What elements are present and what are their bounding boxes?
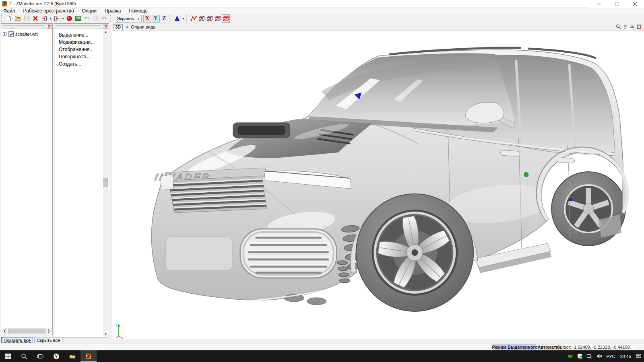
delete-x-icon bbox=[32, 15, 39, 22]
visibility-checkbox[interactable] bbox=[8, 31, 14, 37]
delete-button[interactable] bbox=[31, 14, 40, 23]
red-sphere-icon bbox=[66, 15, 72, 22]
workspace: schafter.wft ❮ ❯ Показать всё Скрыть всё… bbox=[0, 23, 644, 343]
axis-z-toggle[interactable]: Z bbox=[160, 15, 168, 23]
horizontal-scrollbar[interactable]: ❮ ❯ bbox=[2, 328, 52, 334]
viewport-canvas[interactable]: INVADER bbox=[112, 31, 644, 339]
minimize-button[interactable] bbox=[590, 0, 608, 8]
file-explorer-button[interactable] bbox=[64, 350, 80, 362]
export-dropdown-caret[interactable]: ▾ bbox=[49, 17, 52, 21]
history-button[interactable] bbox=[91, 14, 100, 23]
menu-workspace[interactable]: Рабочее пространство bbox=[21, 8, 76, 14]
axis-y-toggle[interactable]: Y bbox=[152, 15, 160, 23]
material-editor-button[interactable] bbox=[74, 14, 83, 23]
menu-help[interactable]: Помощь bbox=[126, 8, 150, 14]
level-objects-button[interactable] bbox=[214, 14, 222, 23]
render-sphere-button[interactable] bbox=[65, 14, 74, 23]
zoom-tool-button[interactable] bbox=[615, 24, 622, 30]
volume-tray-icon[interactable] bbox=[594, 350, 604, 362]
zmodeler-window: 1 - ZModeler ver 2.2.5 (Build 990) Файл … bbox=[0, 0, 644, 362]
search-button[interactable] bbox=[16, 350, 32, 362]
scroll-left-arrow[interactable]: ❮ bbox=[2, 328, 8, 334]
axis-gizmo: y x z bbox=[114, 322, 125, 339]
viewport-3d: 3D < Опции вида bbox=[112, 23, 644, 339]
bumper-intake bbox=[240, 229, 337, 278]
screen-mode-select[interactable]: Экраннь ∨ bbox=[115, 15, 142, 23]
task-view-icon bbox=[37, 353, 43, 360]
language-indicator[interactable]: РУС bbox=[604, 354, 617, 359]
gizmo-mode-button[interactable] bbox=[173, 14, 182, 23]
pan-tool-button[interactable] bbox=[622, 24, 629, 30]
menu-edit[interactable]: Правка bbox=[102, 8, 124, 14]
toolbar-grip[interactable] bbox=[169, 15, 171, 22]
hide-all-button[interactable]: Скрыть всё bbox=[34, 337, 62, 343]
undo-button[interactable] bbox=[83, 14, 91, 23]
defender-tray-icon[interactable] bbox=[575, 350, 584, 362]
import-button[interactable] bbox=[52, 14, 61, 23]
chevron-down-icon: ∨ bbox=[137, 17, 140, 21]
panel-header[interactable] bbox=[54, 24, 109, 29]
level-polygons-button[interactable] bbox=[206, 14, 214, 23]
tree-expand-icon[interactable] bbox=[3, 32, 6, 36]
vertices-mode-icon bbox=[190, 15, 197, 22]
export-button[interactable] bbox=[40, 14, 49, 23]
redo-button[interactable] bbox=[100, 14, 109, 23]
command-display[interactable]: Отображение... bbox=[54, 46, 109, 53]
action-center-icon[interactable] bbox=[634, 350, 643, 362]
close-icon bbox=[104, 25, 107, 28]
import-dropdown-caret[interactable]: ▾ bbox=[61, 17, 65, 21]
scroll-up-arrow[interactable]: ▲ bbox=[103, 29, 108, 35]
gizmo-dropdown-caret[interactable]: ▾ bbox=[182, 17, 185, 21]
level-vertices-button[interactable] bbox=[190, 14, 198, 23]
scroll-right-arrow[interactable]: ❯ bbox=[46, 328, 52, 334]
nvidia-tray-icon[interactable] bbox=[565, 350, 575, 362]
orbit-tool-button[interactable] bbox=[629, 24, 636, 30]
vertical-scrollbar[interactable]: ▲ ▼ bbox=[103, 29, 108, 337]
command-modifications[interactable]: Модификации... bbox=[54, 39, 109, 46]
task-view-button[interactable] bbox=[32, 350, 48, 362]
save-file-button[interactable] bbox=[22, 14, 31, 23]
close-button[interactable] bbox=[626, 0, 644, 8]
view-mode-button[interactable]: 3D bbox=[113, 24, 123, 30]
toolbar-grip[interactable] bbox=[1, 15, 3, 22]
command-list: Выделение... Модификации... Отображение.… bbox=[54, 31, 109, 68]
menu-file[interactable]: Файл bbox=[1, 8, 18, 14]
start-button[interactable] bbox=[0, 350, 16, 362]
view-options-title[interactable]: Опции вида bbox=[131, 25, 155, 29]
viewport-header: 3D < Опции вида bbox=[112, 23, 644, 31]
level-mesh-button[interactable] bbox=[222, 14, 230, 23]
collapse-options-arrow[interactable]: < bbox=[126, 25, 128, 29]
rear-wheel bbox=[551, 172, 625, 246]
new-document-icon bbox=[6, 15, 12, 22]
new-file-button[interactable] bbox=[4, 14, 13, 23]
command-selection[interactable]: Выделение... bbox=[54, 31, 109, 39]
network-tray-icon[interactable] bbox=[584, 350, 594, 362]
scrollbar-thumb[interactable] bbox=[103, 178, 108, 187]
panel-header[interactable] bbox=[1, 24, 52, 29]
command-surface[interactable]: Поверхность... bbox=[54, 53, 109, 60]
panel-close-button[interactable] bbox=[47, 24, 52, 29]
resize-grip[interactable] bbox=[637, 344, 642, 350]
maximize-view-button[interactable] bbox=[636, 24, 642, 30]
open-file-button[interactable] bbox=[13, 14, 22, 23]
yandex-browser-button[interactable] bbox=[48, 350, 64, 362]
marker-green-vertex[interactable] bbox=[524, 173, 528, 177]
tree-item-schafter[interactable]: schafter.wft bbox=[3, 31, 52, 37]
redo-icon bbox=[101, 15, 108, 22]
scene-tree-panel: schafter.wft ❮ ❯ bbox=[1, 23, 53, 335]
zmodeler-taskbar-button[interactable] bbox=[80, 350, 97, 362]
axis-x-toggle[interactable]: X bbox=[143, 15, 151, 23]
command-create[interactable]: Создать... bbox=[54, 60, 109, 68]
show-all-button[interactable]: Показать всё bbox=[1, 337, 33, 343]
clock[interactable]: 20:45 bbox=[617, 354, 634, 359]
marker-blue-vertex[interactable] bbox=[569, 198, 572, 201]
level-edges-button[interactable] bbox=[198, 14, 206, 23]
menu-options[interactable]: Опции bbox=[80, 8, 99, 14]
toolbar-grip[interactable] bbox=[110, 15, 112, 22]
toolbar-grip[interactable] bbox=[186, 15, 188, 22]
restore-button[interactable] bbox=[608, 0, 626, 8]
main-toolbar: ▾ ▾ Экраннь ∨ X Y Z ▾ bbox=[0, 14, 644, 23]
scrollbar-thumb[interactable] bbox=[8, 329, 45, 333]
scroll-down-arrow[interactable]: ▼ bbox=[103, 331, 108, 337]
panel-close-button[interactable] bbox=[103, 24, 108, 29]
